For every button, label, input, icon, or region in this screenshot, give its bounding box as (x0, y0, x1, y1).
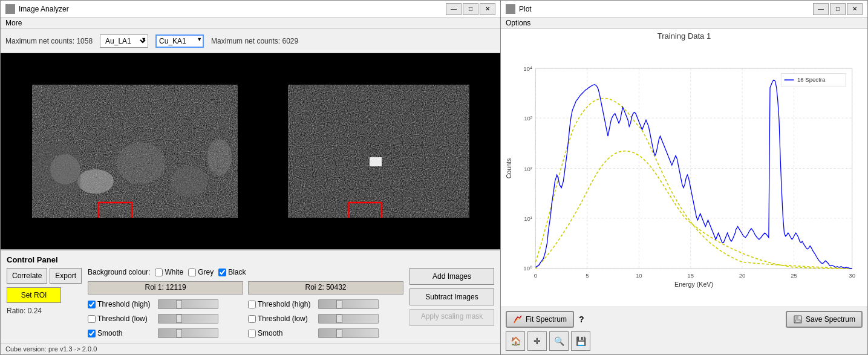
threshold-high-1-item: Threshold (high) (88, 299, 243, 309)
status-bar: Cube version: pre v1.3 -> 2.0.0 (1, 343, 500, 354)
bg-white-checkbox[interactable] (155, 269, 163, 276)
app-icon (5, 4, 15, 14)
plot-area: Training Data 1 (501, 29, 867, 307)
svg-text:Counts: Counts (505, 158, 512, 179)
bg-grey-checkbox[interactable] (188, 269, 196, 276)
svg-point-7 (207, 139, 232, 175)
close-button[interactable]: ✕ (480, 3, 495, 15)
left-titlebar: Image Analyzer — □ ✕ (1, 1, 500, 18)
svg-point-5 (117, 142, 165, 184)
plot-tools-row: 🏠 ✛ 🔍 💾 (506, 331, 863, 351)
plot-menu-options[interactable]: Options (506, 19, 530, 27)
subtract-images-button[interactable]: Subtract Images (410, 288, 494, 305)
save-spectrum-label: Save Spectrum (806, 315, 855, 324)
bg-black-option[interactable]: Black (218, 268, 246, 276)
svg-text:15: 15 (687, 272, 694, 279)
left-window: Image Analyzer — □ ✕ More Maximum net co… (0, 0, 501, 355)
correlate-button[interactable]: Correlate (7, 268, 47, 284)
smooth-2-slider[interactable] (318, 328, 379, 338)
svg-rect-10 (288, 85, 469, 218)
fit-spectrum-label: Fit Spectrum (526, 315, 567, 324)
roi-row: Roi 1: 12119 Roi 2: 50432 (88, 281, 403, 295)
pan-tool-button[interactable]: ✛ (527, 331, 547, 351)
bg-label: Background colour: (88, 268, 150, 276)
svg-text:20: 20 (739, 272, 746, 279)
plot-menu-bar[interactable]: Options (501, 18, 867, 29)
save-tool-button[interactable]: 💾 (571, 331, 590, 351)
dropdown2-wrap[interactable]: Cu_KA1 Cu_LA1 Au_LA1 (155, 34, 204, 48)
right-image-svg (288, 85, 469, 218)
smooth-1-label[interactable]: Smooth (88, 329, 154, 337)
svg-text:Energy (KeV): Energy (KeV) (674, 281, 713, 288)
bg-white-option[interactable]: White (155, 268, 183, 276)
apply-scaling-label: Apply scaling mask (410, 309, 494, 326)
plot-maximize-button[interactable]: □ (830, 3, 846, 15)
help-button[interactable]: ? (579, 314, 584, 324)
left-window-controls: — □ ✕ (446, 3, 495, 15)
right-window: Plot — □ ✕ Options Training Data 1 (501, 0, 868, 355)
threshold-high-2-checkbox[interactable] (248, 301, 256, 308)
roi2-field: Roi 2: 50432 (248, 281, 403, 295)
svg-text:10⁰: 10⁰ (523, 265, 532, 272)
menu-more[interactable]: More (5, 19, 22, 27)
plot-icon (506, 4, 515, 14)
roi1-field: Roi 1: 12119 (88, 281, 243, 295)
svg-text:16 Spectra: 16 Spectra (797, 76, 826, 83)
dropdown1-wrap[interactable]: Au_LA1 Au_MA1 Cu_KA1 (100, 34, 148, 48)
max-counts-label-2: Maximum net counts: 6029 (211, 37, 298, 45)
top-controls: Maximum net counts: 1058 Au_LA1 Au_MA1 C… (1, 29, 500, 53)
threshold-high-1-slider[interactable] (158, 299, 218, 309)
home-tool-button[interactable]: 🏠 (506, 331, 525, 351)
plot-close-button[interactable]: ✕ (847, 3, 863, 15)
save-icon (793, 314, 803, 324)
export-button[interactable]: Export (50, 268, 82, 284)
svg-rect-45 (795, 320, 800, 322)
menu-bar[interactable]: More (1, 18, 500, 29)
svg-text:25: 25 (791, 272, 797, 279)
cp-right-section: Add Images Subtract Images Apply scaling… (410, 268, 494, 326)
smooth-1-checkbox[interactable] (88, 330, 96, 337)
fit-spectrum-icon (513, 314, 523, 324)
zoom-tool-button[interactable]: 🔍 (549, 331, 569, 351)
threshold-high-2-label[interactable]: Threshold (high) (248, 300, 315, 308)
chart-svg: 10⁴ 10³ 10² 10¹ 10⁰ 0 5 10 15 20 25 30 C… (503, 42, 865, 314)
threshold-high-1-checkbox[interactable] (88, 301, 96, 308)
svg-text:10⁴: 10⁴ (523, 65, 532, 72)
threshold-high-1-label[interactable]: Threshold (high) (88, 300, 154, 308)
threshold-low-2-checkbox[interactable] (248, 315, 256, 323)
svg-text:10: 10 (636, 272, 642, 279)
threshold-low-2-slider[interactable] (318, 314, 379, 324)
ratio-text: Ratio: 0.24 (7, 307, 42, 315)
plot-titlebar: Plot — □ ✕ (501, 1, 867, 18)
smooth-2-checkbox[interactable] (248, 330, 256, 337)
bg-black-checkbox[interactable] (218, 269, 226, 276)
plot-window-controls: — □ ✕ (813, 3, 863, 15)
element-select-1[interactable]: Au_LA1 Au_MA1 Cu_KA1 (100, 34, 148, 48)
bg-grey-option[interactable]: Grey (188, 268, 214, 276)
app-title: Image Analyzer (19, 5, 69, 13)
right-image (288, 85, 469, 218)
threshold-low-2-label[interactable]: Threshold (low) (248, 314, 315, 323)
smooth-1-slider[interactable] (158, 328, 218, 338)
threshold-low-1-label[interactable]: Threshold (low) (88, 314, 154, 323)
threshold-low-1-item: Threshold (low) (88, 314, 243, 324)
plot-minimize-button[interactable]: — (813, 3, 829, 15)
threshold-low-1-slider[interactable] (158, 314, 218, 324)
add-images-button[interactable]: Add Images (410, 268, 494, 285)
minimize-button[interactable]: — (446, 3, 462, 15)
svg-rect-44 (795, 316, 798, 319)
maximize-button[interactable]: □ (463, 3, 478, 15)
threshold-high-2-slider[interactable] (318, 299, 379, 309)
set-roi-button[interactable]: Set ROI (7, 287, 61, 303)
element-select-2[interactable]: Cu_KA1 Cu_LA1 Au_LA1 (155, 34, 204, 48)
smooth-2-label[interactable]: Smooth (248, 329, 315, 337)
bg-colour-row: Background colour: White Grey Black (88, 268, 403, 276)
chart-title: Training Data 1 (503, 31, 865, 41)
threshold-low-1-checkbox[interactable] (88, 315, 96, 323)
control-panel: Control Panel Correlate Export Set ROI R… (1, 249, 500, 343)
svg-rect-4 (32, 145, 80, 194)
image-area (1, 53, 500, 249)
left-image (32, 85, 238, 218)
smooth-1-item: Smooth (88, 328, 243, 338)
threshold-low-2-item: Threshold (low) (248, 314, 403, 324)
